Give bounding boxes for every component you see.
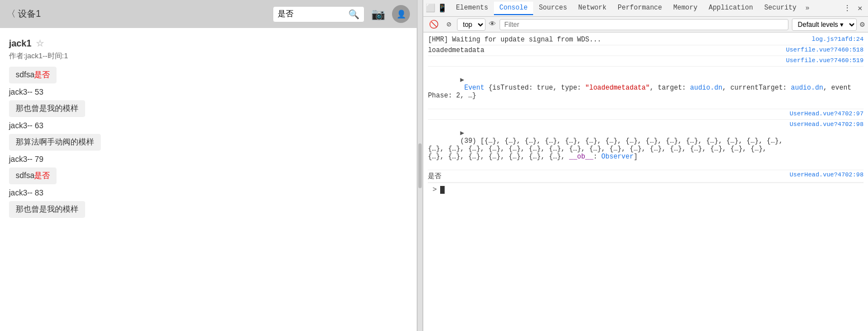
back-button[interactable]: 〈 设备1	[7, 8, 41, 20]
tab-security[interactable]: Security	[759, 2, 802, 15]
tab-console[interactable]: Console	[494, 2, 533, 15]
devtools-tab-bar: ⬜ 📱 Elements Console Sources Network Per…	[423, 0, 868, 17]
console-text: ▶ Event {isTrusted: true, type: "loadedm…	[428, 68, 855, 108]
username: jack1	[9, 39, 31, 49]
list-item: 那也曾是我的模样	[9, 100, 408, 117]
console-line: loadedmetadata Userfile.vue?7460:518	[428, 45, 864, 56]
console-source[interactable]: log.js?1afd:24	[812, 36, 864, 43]
context-selector[interactable]: top	[457, 18, 486, 31]
tab-sources[interactable]: Sources	[533, 2, 572, 15]
message-bubble: sdfsa是否	[9, 167, 57, 184]
more-tabs-button[interactable]: »	[802, 2, 813, 15]
upload-icon[interactable]: 📷	[371, 7, 385, 21]
list-item: jack3-- 53	[9, 87, 408, 97]
username-row: jack1 ☆	[9, 38, 408, 49]
tab-network[interactable]: Network	[573, 2, 612, 15]
devtools-menu-button[interactable]: ⋮	[840, 1, 855, 15]
console-source[interactable]: UserHead.vue?4702:97	[790, 110, 864, 117]
search-icon[interactable]: 🔍	[348, 9, 360, 20]
highlight-text: 是否	[34, 70, 50, 79]
console-input-line: >	[428, 183, 864, 196]
console-text	[428, 57, 781, 65]
expand-arrow[interactable]: ▶	[460, 76, 464, 84]
filter-input[interactable]	[500, 19, 788, 30]
device-icon[interactable]: 📱	[437, 3, 447, 13]
message-plain: jack3-- 53	[9, 84, 43, 100]
list-item: sdfsa是否	[9, 67, 408, 83]
console-text: 是否	[428, 171, 785, 181]
devtools-panel: ⬜ 📱 Elements Console Sources Network Per…	[423, 0, 868, 331]
message-bubble: 那也曾是我的模样	[9, 100, 85, 117]
back-arrow-icon: 〈	[7, 8, 16, 20]
tab-performance[interactable]: Performance	[612, 2, 668, 15]
console-source[interactable]: Userfile.vue?7460:519	[786, 57, 864, 64]
console-prompt: >	[432, 185, 437, 194]
message-plain: jack3-- 79	[9, 151, 43, 167]
message-plain: jack3-- 63	[9, 118, 43, 133]
message-plain: jack3-- 83	[9, 185, 43, 201]
expand-arrow[interactable]: ▶	[460, 129, 464, 137]
scrollbar-thumb[interactable]	[418, 143, 422, 188]
devtools-close-button[interactable]: ✕	[855, 1, 866, 15]
list-item: jack3-- 83	[9, 188, 408, 198]
tab-application[interactable]: Application	[703, 2, 758, 15]
settings-icon[interactable]: ⚙	[860, 20, 865, 29]
list-item: 那算法啊手动阀的模样	[9, 134, 408, 151]
scroll-divider	[417, 0, 423, 331]
console-text: ▶ (39) [{…}, {…}, {…}, {…}, {…}, {…}, {……	[428, 121, 785, 169]
highlight-text: 是否	[34, 171, 50, 180]
console-text: [HMR] Waiting for update signal from WDS…	[428, 36, 807, 44]
page-title-text: 设备1	[18, 8, 41, 20]
search-box: 🔍	[273, 6, 365, 22]
console-line: ▶ Event {isTrusted: true, type: "loadedm…	[428, 67, 864, 109]
console-source[interactable]: UserHead.vue?4702:98	[790, 171, 864, 178]
list-item: sdfsa是否	[9, 167, 408, 184]
console-source[interactable]: UserHead.vue?4702:98	[790, 121, 864, 128]
console-line: UserHead.vue?4702:97	[428, 109, 864, 120]
star-icon[interactable]: ☆	[36, 38, 44, 49]
user-meta: 作者:jack1--时间:1	[9, 51, 408, 61]
console-line: Userfile.vue?7460:519	[428, 56, 864, 67]
console-line: ▶ (39) [{…}, {…}, {…}, {…}, {…}, {…}, {……	[428, 120, 864, 170]
content-area: jack1 ☆ 作者:jack1--时间:1 sdfsa是否 jack3-- 5…	[0, 28, 417, 331]
console-output: [HMR] Waiting for update signal from WDS…	[423, 32, 868, 331]
avatar[interactable]: 👤	[392, 5, 410, 23]
console-source[interactable]	[860, 68, 864, 74]
list-item: jack3-- 79	[9, 154, 408, 164]
cursor-icon[interactable]: ⬜	[426, 3, 435, 13]
tab-elements[interactable]: Elements	[450, 2, 494, 15]
tab-memory[interactable]: Memory	[668, 2, 703, 15]
message-bubble: sdfsa是否	[9, 67, 57, 83]
left-panel: 〈 设备1 🔍 📷 👤 jack1 ☆ 作者:jack1--时间:1 sdfsa…	[0, 0, 417, 331]
list-item: 那也曾是我的模样	[9, 201, 408, 218]
message-bubble: 那也曾是我的模样	[9, 201, 85, 218]
console-text: loadedmetadata	[428, 46, 781, 54]
devtools-toolbar: 🚫 ⊘ top 👁 Default levels ▾ ⚙	[423, 17, 868, 32]
console-cursor	[440, 186, 445, 194]
event-text: Event	[460, 84, 488, 92]
search-input[interactable]	[278, 10, 345, 18]
console-source[interactable]: Userfile.vue?7460:518	[786, 46, 864, 53]
user-info: jack1 ☆ 作者:jack1--时间:1	[9, 34, 408, 63]
list-item: jack3-- 63	[9, 120, 408, 130]
console-text	[428, 110, 785, 118]
ban-icon[interactable]: 🚫	[427, 18, 441, 30]
eye-icon[interactable]: 👁	[489, 20, 496, 29]
console-line: [HMR] Waiting for update signal from WDS…	[428, 35, 864, 45]
no-entry-icon[interactable]: ⊘	[444, 18, 453, 30]
top-bar: 〈 设备1 🔍 📷 👤	[0, 0, 417, 28]
console-line: 是否 UserHead.vue?4702:98	[428, 170, 864, 183]
message-bubble: 那算法啊手动阀的模样	[9, 134, 101, 151]
levels-selector[interactable]: Default levels ▾	[792, 18, 857, 31]
